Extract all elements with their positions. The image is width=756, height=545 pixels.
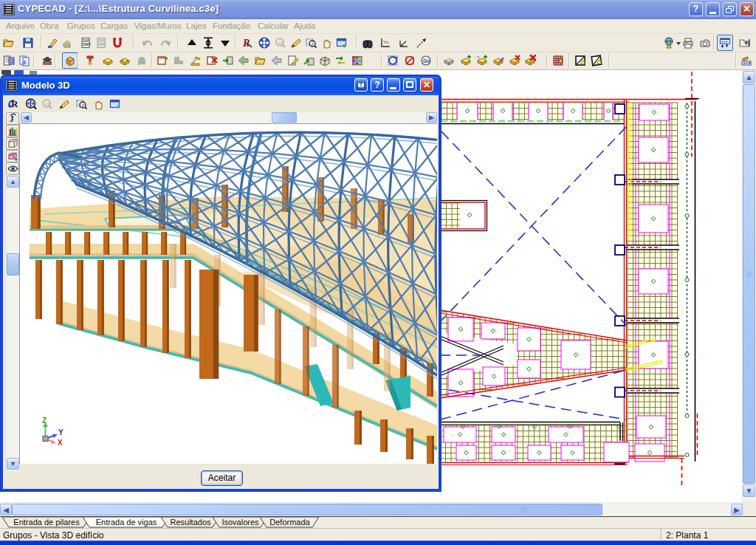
- svg-text:x2: x2: [278, 41, 284, 45]
- svg-text:AB: AB: [44, 61, 50, 66]
- svg-text:J: J: [10, 114, 14, 124]
- svg-text:Deformada: Deformada: [269, 518, 310, 527]
- svg-text:Resultados: Resultados: [170, 518, 211, 527]
- svg-text:E: E: [24, 60, 27, 65]
- svg-text:Z: Z: [42, 417, 47, 425]
- svg-text:DWG: DWG: [98, 43, 106, 47]
- svg-text:Go: Go: [423, 58, 430, 64]
- svg-text:Isovalores: Isovalores: [221, 518, 259, 527]
- svg-text:DWG: DWG: [83, 43, 91, 47]
- svg-text:Entrada de pilares: Entrada de pilares: [13, 518, 80, 527]
- svg-text:X: X: [58, 439, 63, 447]
- svg-text:x2: x2: [45, 102, 50, 106]
- svg-text:Y: Y: [58, 428, 63, 436]
- svg-text:Entrada de vigas: Entrada de vigas: [96, 518, 157, 527]
- svg-text:R: R: [242, 38, 250, 49]
- svg-text:Yx: Yx: [383, 40, 388, 44]
